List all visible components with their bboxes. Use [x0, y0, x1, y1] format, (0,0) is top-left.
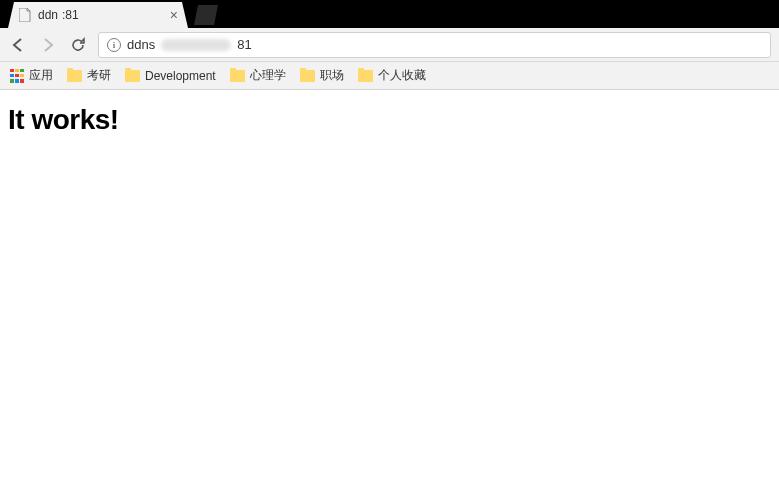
apps-shortcut[interactable]: 应用: [10, 67, 53, 84]
folder-icon: [230, 70, 245, 82]
info-icon[interactable]: i: [107, 38, 121, 52]
page-content: It works!: [0, 90, 779, 150]
bookmark-folder[interactable]: 职场: [300, 67, 344, 84]
page-icon: [18, 8, 32, 22]
redacted-text: [161, 39, 231, 51]
bookmark-folder[interactable]: 个人收藏: [358, 67, 426, 84]
forward-button[interactable]: [38, 35, 58, 55]
toolbar: i ddns 81: [0, 28, 779, 62]
back-button[interactable]: [8, 35, 28, 55]
browser-tab[interactable]: ddn:81 ×: [8, 2, 188, 28]
folder-icon: [67, 70, 82, 82]
reload-button[interactable]: [68, 35, 88, 55]
close-icon[interactable]: ×: [170, 8, 178, 22]
url-text: ddns: [127, 37, 155, 52]
bookmark-folder[interactable]: 心理学: [230, 67, 286, 84]
folder-icon: [300, 70, 315, 82]
tab-strip: ddn:81 ×: [0, 0, 779, 28]
address-bar[interactable]: i ddns 81: [98, 32, 771, 58]
bookmark-label: 个人收藏: [378, 67, 426, 84]
bookmark-folder[interactable]: 考研: [67, 67, 111, 84]
bookmarks-bar: 应用 考研 Development 心理学 职场 个人收藏: [0, 62, 779, 90]
folder-icon: [125, 70, 140, 82]
tab-title: ddn:81: [38, 8, 160, 22]
bookmark-folder[interactable]: Development: [125, 69, 216, 83]
folder-icon: [358, 70, 373, 82]
bookmark-label: Development: [145, 69, 216, 83]
page-heading: It works!: [8, 104, 771, 136]
bookmark-label: 职场: [320, 67, 344, 84]
new-tab-button[interactable]: [194, 5, 218, 25]
bookmark-label: 考研: [87, 67, 111, 84]
apps-icon: [10, 69, 24, 83]
bookmark-label: 心理学: [250, 67, 286, 84]
url-text: 81: [237, 37, 251, 52]
apps-label: 应用: [29, 67, 53, 84]
